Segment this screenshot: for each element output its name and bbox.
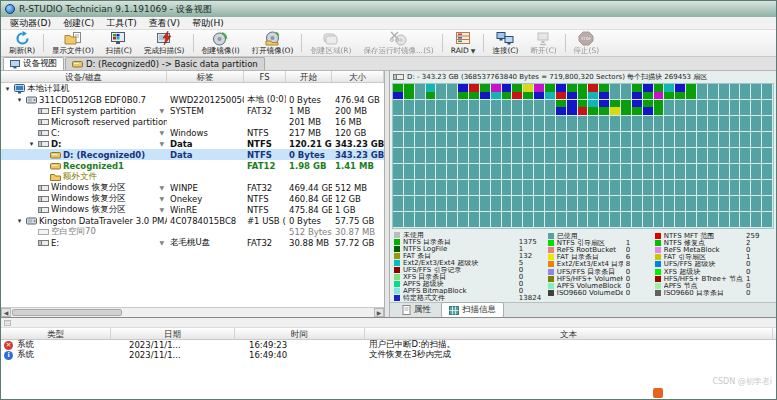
tab-recognized-partition[interactable]: D: (Recognized0) -> Basic data partition	[65, 57, 265, 70]
volume-menu-arrow-icon[interactable]: ▼	[159, 184, 167, 191]
tree-row[interactable]: D: (Recognized0)DataNTFS0 Bytes343.23 GB	[1, 149, 384, 160]
dropdown-arrow-icon[interactable]: ▼	[471, 47, 476, 54]
volume-menu-arrow-icon[interactable]: ▼	[159, 195, 167, 202]
expand-arrow-icon[interactable]: ▾	[3, 85, 12, 93]
menu-drive[interactable]: 驱动器(D)	[4, 17, 57, 30]
scan-block	[491, 148, 502, 164]
scan-block	[556, 116, 567, 132]
scan-block	[458, 164, 469, 180]
scan-block	[762, 196, 773, 212]
volume-menu-arrow-icon[interactable]: ▼	[159, 239, 167, 246]
log-column-2[interactable]: 时间	[235, 328, 365, 339]
scan-block	[686, 164, 697, 180]
scan-block	[664, 148, 675, 164]
scan-block	[632, 100, 643, 116]
legend-item: 已使用	[548, 232, 652, 239]
menu-view[interactable]: 查看(V)	[143, 17, 186, 30]
volume-menu-arrow-icon[interactable]: ▼	[159, 129, 167, 136]
tree-cell-label: SYSTEM	[167, 106, 244, 116]
tree-row[interactable]: ▾Kingston DataTraveler 3.0 PMAP4C0784015…	[1, 215, 384, 226]
scan-block	[426, 116, 437, 132]
scan-block	[599, 100, 610, 116]
scan-block	[610, 164, 621, 180]
legend-swatch-icon	[548, 240, 554, 246]
volume-menu-arrow-icon[interactable]: ▼	[159, 107, 167, 114]
tree-row[interactable]: Windows 恢复分区▼WinRENTFS475.84 GB1 GB	[1, 204, 384, 215]
tree-row[interactable]: 空白空间70512 Bytes30.87 MB	[1, 226, 384, 237]
tree-cell-start: 0 Bytes	[286, 95, 332, 105]
tree-cell-start: 201 MB	[286, 117, 332, 127]
scan-block	[697, 164, 708, 180]
volume-menu-arrow-icon[interactable]: ▼	[159, 140, 167, 147]
tree-row[interactable]: Windows 恢复分区▼OnekeyNTFS460.84 GB12 GB	[1, 193, 384, 204]
tab-scan-information[interactable]: 扫描信息	[441, 302, 504, 318]
log-column-0[interactable]: 类型	[1, 328, 111, 339]
tree-row[interactable]: Microsoft reserved partition▼201 MB16 MB	[1, 116, 384, 127]
menu-tools[interactable]: 工具(T)	[100, 17, 143, 30]
raid-icon	[455, 31, 472, 46]
toolbar-button-label: 断开(C)	[531, 46, 557, 56]
expand-arrow-icon[interactable]: ▾	[15, 217, 24, 225]
scan-button[interactable]: 扫描(C)	[100, 31, 138, 55]
log-column-3[interactable]: 文本	[365, 328, 773, 339]
legend-item: APFS 超级块0	[394, 280, 545, 287]
tree-row[interactable]: ▾D:▼DataNTFS120.21 GB343.23 GB	[1, 138, 384, 149]
create-image-button[interactable]: 创建镜像(I)	[196, 31, 246, 55]
log-row[interactable]: i系统2023/11/1...16:49:40文件恢复在3秒内完成	[1, 350, 776, 360]
expand-arrow-icon[interactable]: ▾	[27, 140, 36, 148]
raid-button[interactable]: RAID▼	[445, 31, 482, 55]
log-panel-grip-icon[interactable]	[4, 320, 11, 326]
volume-menu-arrow-icon[interactable]: ▼	[159, 206, 167, 213]
tree-row[interactable]: ▾311CD0512GB EDF0B0.7WWD2201250050687...…	[1, 94, 384, 105]
connect-button[interactable]: 连接(C)	[486, 31, 524, 55]
tree-column-4[interactable]: 大小	[332, 71, 384, 82]
tree-column-0[interactable]: 设备/磁盘	[1, 71, 167, 82]
scan-block	[664, 212, 675, 228]
scan-block	[654, 148, 665, 164]
refresh-button[interactable]: 刷新(R)	[3, 31, 41, 55]
tree-column-2[interactable]: FS	[244, 71, 286, 82]
tree-row[interactable]: E:▼老毛桃U盘FAT3230.88 MB57.72 GB	[1, 237, 384, 248]
menu-create[interactable]: 创建(C)	[57, 17, 100, 30]
tree-column-1[interactable]: 标签	[167, 71, 244, 82]
expand-arrow-icon[interactable]: ▾	[15, 96, 24, 104]
open-image-button[interactable]: 打开镜像(O)	[246, 31, 300, 55]
scroll-left-arrow-icon[interactable]: ◀	[1, 308, 11, 317]
tree-column-3[interactable]: 开始	[286, 71, 332, 82]
scan-block	[664, 180, 675, 196]
scan-block	[686, 180, 697, 196]
log-column-1[interactable]: 日期	[111, 328, 235, 339]
legend-item: Ext2/Ext3/Ext4 超级块5	[394, 260, 545, 267]
log-cell-type: i系统	[1, 349, 111, 361]
horizontal-scrollbar[interactable]: ◀ ▶	[1, 307, 384, 317]
scan-block	[480, 212, 491, 228]
scan-block	[480, 196, 491, 212]
tree-row[interactable]: 额外文件	[1, 171, 384, 182]
scan-block	[415, 164, 426, 180]
tree-row[interactable]: Windows 恢复分区▼WINPEFAT32469.44 GB512 MB	[1, 182, 384, 193]
show-files-button[interactable]: 显示文件(O)	[46, 31, 100, 55]
scan-block	[469, 84, 480, 100]
tree-row[interactable]: Recognized1FAT121.98 GB1.41 MB	[1, 160, 384, 171]
tab-device-view[interactable]: 设备视图	[3, 57, 64, 70]
scan-block	[523, 164, 534, 180]
runtime-image-button: 保存运行时镜像...(S)	[357, 31, 439, 55]
menu-help[interactable]: 帮助(H)	[186, 17, 230, 30]
tree-cell-size: 57.75 GB	[332, 216, 384, 226]
scroll-right-arrow-icon[interactable]: ▶	[374, 308, 384, 317]
title-bar: R-STUDIO Technician 9.1.191069 - 设备视图	[1, 1, 776, 17]
scan-block	[426, 196, 437, 212]
legend-item: ISO9660 目录条目0	[655, 290, 772, 297]
scrollbar-thumb[interactable]	[12, 309, 122, 316]
legend-label: XFS 目录条目	[403, 273, 516, 280]
scan-block	[599, 148, 610, 164]
complete-scan-button[interactable]: 完成扫描(S)	[138, 31, 191, 55]
tab-properties[interactable]: 属性	[394, 302, 439, 318]
tree-row[interactable]: ▾本地计算机	[1, 83, 384, 94]
legend-label: HFS/HFS+ BTree+ 节点	[664, 275, 743, 282]
tree-row[interactable]: C:▼WindowsNTFS217 MB120 GB	[1, 127, 384, 138]
scan-block	[556, 100, 567, 116]
legend-swatch-icon	[548, 233, 554, 239]
tree-cell-fs: NTFS	[244, 139, 286, 149]
tree-row[interactable]: EFI system partition▼SYSTEMFAT321 MB200 …	[1, 105, 384, 116]
